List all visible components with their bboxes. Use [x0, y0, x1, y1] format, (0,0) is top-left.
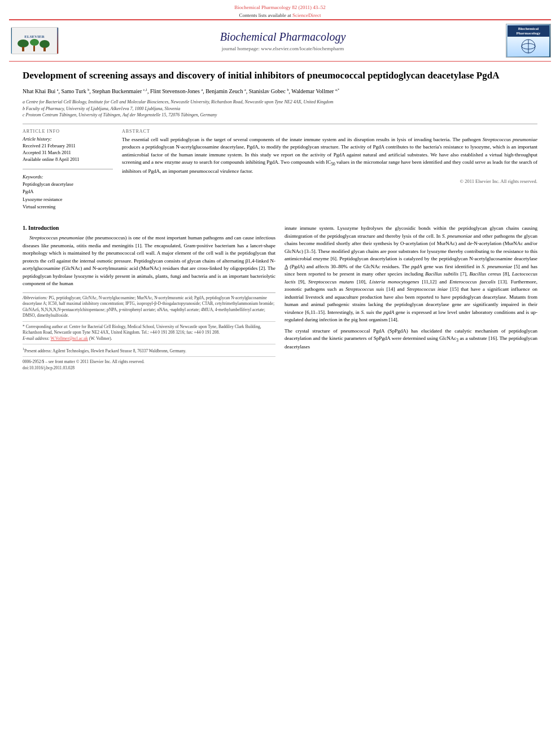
received-text: Received 21 February 2011 [23, 143, 113, 150]
keyword-2: PgdA [23, 188, 113, 196]
article-history-label: Article history: [23, 136, 113, 142]
footnote-divider-2 [23, 344, 275, 344]
keywords-block: Keywords: Peptidoglycan deacetylase PgdA… [23, 174, 113, 211]
svg-point-4 [30, 39, 39, 46]
issn-text: 0006-2952/$ – see front matter © 2011 El… [23, 359, 275, 365]
abbrev-text: PG, peptidoglycan; GlcNAc, N-acetylgluco… [23, 295, 274, 318]
abstract-col: ABSTRACT The essential cell wall peptido… [122, 129, 537, 217]
journal-cover-img: BiochemicalPharmacology [506, 24, 551, 58]
contents-line: Contents lists available at ScienceDirec… [239, 12, 321, 18]
footnote-divider-3 [23, 356, 275, 357]
journal-title-block: Biochemical Pharmacology journal homepag… [60, 30, 506, 51]
contents-text: Contents lists available at [239, 12, 291, 18]
authors-line: Nhat Khai Bui a, Samo Turk b, Stephan Bu… [23, 88, 537, 95]
keyword-3: Lysozyme resistance [23, 196, 113, 204]
journal-main-title: Biochemical Pharmacology [60, 30, 506, 43]
main-content: 1. Introduction Streptococcus pneumoniae… [23, 225, 537, 371]
journal-banner: ELSEVIER Biochemical Pharmacology journa… [9, 19, 551, 62]
svg-rect-3 [22, 47, 24, 51]
intro-para-right-1: innate immune system. Lysozyme hydrolyse… [285, 225, 537, 324]
main-left-col: 1. Introduction Streptococcus pneumoniae… [23, 225, 275, 371]
affil-c: c Proteom Centrum Tübingen, University o… [23, 112, 537, 118]
page: Biochemical Pharmacology 82 (2011) 43–52… [0, 0, 560, 747]
article-title: Development of screening assays and disc… [23, 69, 537, 82]
svg-rect-7 [43, 47, 46, 51]
keyword-4: Virtual screening [23, 203, 113, 211]
corresponding-block: * Corresponding author at: Centre for Ba… [23, 324, 275, 336]
intro-para-1: Streptococcus pneumoniae (the pneumococc… [23, 234, 275, 288]
elsevier-img: ELSEVIER [11, 27, 59, 54]
footnote1-text: Present address: Agilent Technologies, H… [24, 348, 186, 353]
article-info-label: ARTICLE INFO [23, 129, 113, 134]
revised-text: Accepted 31 March 2011 [23, 150, 113, 156]
section1-title: 1. Introduction [23, 225, 275, 231]
homepage-text: journal homepage: www.elsevier.com/locat… [222, 46, 344, 51]
email-label: E-mail address: [23, 336, 50, 341]
available-text: Available online 8 April 2011 [23, 156, 113, 163]
article-info-col: ARTICLE INFO Article history: Received 2… [23, 129, 113, 217]
affil-b: b Faculty of Pharmacy, University of Lju… [23, 106, 537, 112]
affil-a: a Centre for Bacterial Cell Biology, Ins… [23, 99, 537, 105]
authors-text: Nhat Khai Bui a, Samo Turk b, Stephan Bu… [23, 88, 339, 94]
abbrev-block: Abbreviations: PG, peptidoglycan; GlcNAc… [23, 295, 275, 319]
abbrev-label: Abbreviations: [23, 295, 47, 300]
article-info-abstract-layout: ARTICLE INFO Article history: Received 2… [23, 129, 537, 217]
corresponding-label: * Corresponding author at: [23, 324, 68, 329]
keyword-1: Peptidoglycan deacetylase [23, 181, 113, 189]
article-body: Development of screening assays and disc… [0, 64, 560, 747]
journal-ref: Biochemical Pharmacology 82 (2011) 43–52 [234, 5, 326, 10]
svg-point-2 [18, 40, 29, 47]
keywords-list: Peptidoglycan deacetylase PgdA Lysozyme … [23, 181, 113, 211]
copyright-line: © 2011 Elsevier Inc. All rights reserved… [122, 178, 537, 184]
journal-homepage: journal homepage: www.elsevier.com/locat… [60, 46, 506, 51]
footnote1-block: 1Present address: Agilent Technologies, … [23, 347, 275, 354]
svg-rect-5 [33, 46, 35, 51]
divider-2 [23, 169, 113, 169]
journal-header: Biochemical Pharmacology 82 (2011) 43–52… [0, 0, 560, 64]
divider-1 [23, 124, 537, 124]
article-history-block: Article history: Received 21 February 20… [23, 136, 113, 163]
footnote-divider-1 [23, 321, 275, 322]
email-name: (W. Vollmer). [89, 336, 112, 341]
elsevier-logo: ELSEVIER [9, 27, 60, 55]
affiliations: a Centre for Bacterial Cell Biology, Ins… [23, 99, 537, 118]
doi-text: doi:10.1016/j.bcp.2011.03.028 [23, 365, 275, 372]
svg-point-6 [40, 40, 50, 48]
email-block: E-mail address: W.Vollmer@ncl.ac.uk (W. … [23, 336, 275, 342]
science-direct-link[interactable]: ScienceDirect [292, 12, 321, 18]
abstract-label: ABSTRACT [122, 129, 537, 134]
svg-text:ELSEVIER: ELSEVIER [24, 34, 45, 39]
main-right-col: innate immune system. Lysozyme hydrolyse… [285, 225, 537, 371]
email-address[interactable]: W.Vollmer@ncl.ac.uk [51, 336, 88, 341]
intro-para-right-2: The crystal structure of pneumococcal Pg… [285, 327, 537, 351]
issn-block: 0006-2952/$ – see front matter © 2011 El… [23, 359, 275, 371]
abstract-text: The essential cell wall peptidoglycan is… [122, 136, 537, 175]
footnote-block: Abbreviations: PG, peptidoglycan; GlcNAc… [23, 292, 275, 372]
keywords-label: Keywords: [23, 174, 113, 180]
